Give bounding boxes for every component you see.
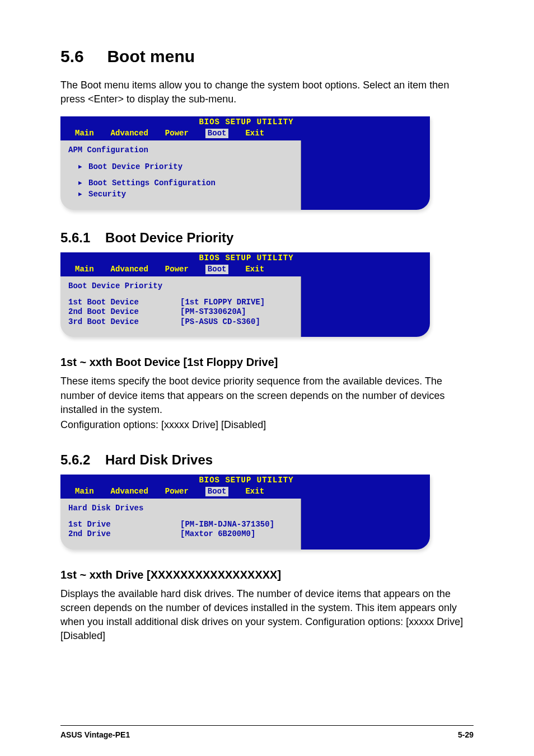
boot-device-paragraph-2: Configuration options: [xxxxx Drive] [Di… [60,418,474,432]
bios-screenshot-boot-menu: BIOS SETUP UTILITY Main Advanced Power B… [60,116,430,210]
bios-tab-main[interactable]: Main [75,129,94,139]
bios-tab-boot[interactable]: Boot [205,487,229,497]
bios-row-1st-drive[interactable]: 1st Drive [PM-IBM-DJNA-371350] [68,520,295,530]
submenu-arrow-icon: ▶ [78,191,84,199]
footer-page-number: 5-29 [458,730,474,739]
bios-tab-main[interactable]: Main [75,487,94,497]
bios-item-security[interactable]: ▶ Security [68,189,295,200]
sub2-first-drive: 1st ~ xxth Drive [XXXXXXXXXXXXXXXXX] [60,569,474,581]
bios-tab-advanced[interactable]: Advanced [111,487,148,497]
bios-tab-boot[interactable]: Boot [205,129,229,139]
subsection-title: Hard Disk Drives [105,452,213,467]
subsection-title: Boot Device Priority [105,230,233,245]
bios-row-key: 2nd Drive [68,529,180,539]
bios-row-value: [PM-IBM-DJNA-371350] [180,520,274,530]
bios-row-key: 3rd Boot Device [68,317,180,327]
page-footer: ASUS Vintage-PE1 5-29 [60,725,474,739]
boot-device-paragraph-1: These items specify the boot device prio… [60,374,474,417]
bios-header: BIOS SETUP UTILITY Main Advanced Power B… [60,475,430,499]
bios-header: BIOS SETUP UTILITY Main Advanced Power B… [60,116,430,140]
bios-header: BIOS SETUP UTILITY Main Advanced Power B… [60,252,430,276]
bios-tab-power[interactable]: Power [165,265,189,275]
hard-disk-paragraph: Displays the available hard disk drives.… [60,587,474,644]
bios-row-3rd-boot[interactable]: 3rd Boot Device [PS-ASUS CD-S360] [68,317,295,327]
bios-tab-advanced[interactable]: Advanced [111,129,148,139]
bios-row-value: [Maxtor 6B200M0] [180,529,255,539]
subsection-number: 5.6.2 [60,452,90,467]
bios-item-label: Security [88,190,126,200]
bios-utility-title: BIOS SETUP UTILITY [66,476,427,486]
bios-tabs: Main Advanced Power Boot Exit [66,264,427,275]
bios-item-label: Boot Device Priority [88,162,182,172]
bios-utility-title: BIOS SETUP UTILITY [66,253,427,264]
bios-tab-power[interactable]: Power [165,487,189,497]
bios-row-key: 1st Drive [68,520,180,530]
bios-row-1st-boot[interactable]: 1st Boot Device [1st FLOPPY DRIVE] [68,298,295,308]
bios-screenshot-hard-disk-drives: BIOS SETUP UTILITY Main Advanced Power B… [60,475,430,550]
bios-body: Hard Disk Drives 1st Drive [PM-IBM-DJNA-… [60,499,430,550]
bios-body: APM Configuration ▶ Boot Device Priority… [60,140,430,210]
bios-body: Boot Device Priority 1st Boot Device [1s… [60,276,430,337]
section-title-text: Boot menu [107,47,195,65]
intro-paragraph: The Boot menu items allow you to change … [60,78,474,106]
bios-right-pane [301,276,430,337]
bios-heading: Hard Disk Drives [68,504,143,514]
bios-tab-advanced[interactable]: Advanced [111,265,148,275]
bios-tab-boot[interactable]: Boot [205,265,229,275]
subsection-number: 5.6.1 [60,230,90,245]
bios-row-value: [PM-ST330620A] [180,307,246,317]
bios-tab-exit[interactable]: Exit [245,265,264,275]
subsection-561-heading: 5.6.1 Boot Device Priority [60,230,474,246]
bios-heading-row: Boot Device Priority [68,281,295,292]
bios-row-2nd-boot[interactable]: 2nd Boot Device [PM-ST330620A] [68,307,295,317]
bios-item-boot-device-priority[interactable]: ▶ Boot Device Priority [68,162,295,173]
bios-row-key: 2nd Boot Device [68,307,180,317]
bios-screenshot-boot-device-priority: BIOS SETUP UTILITY Main Advanced Power B… [60,252,430,337]
bios-right-pane [301,140,430,210]
bios-right-pane [301,499,430,550]
bios-left-pane: APM Configuration ▶ Boot Device Priority… [60,140,301,210]
bios-row-2nd-drive[interactable]: 2nd Drive [Maxtor 6B200M0] [68,529,295,539]
submenu-arrow-icon: ▶ [78,163,84,171]
bios-row-value: [PS-ASUS CD-S360] [180,317,260,327]
bios-tab-exit[interactable]: Exit [245,129,264,139]
bios-tabs: Main Advanced Power Boot Exit [66,128,427,139]
bios-tab-main[interactable]: Main [75,265,94,275]
bios-row-value: [1st FLOPPY DRIVE] [180,298,265,308]
section-heading: 5.6 Boot menu [60,47,474,66]
bios-tabs: Main Advanced Power Boot Exit [66,486,427,497]
bios-heading: Boot Device Priority [68,281,162,292]
bios-tab-exit[interactable]: Exit [245,487,264,497]
bios-row-key: 1st Boot Device [68,298,180,308]
section-number: 5.6 [60,47,84,65]
subsection-562-heading: 5.6.2 Hard Disk Drives [60,452,474,468]
bios-left-pane: Boot Device Priority 1st Boot Device [1s… [60,276,301,337]
bios-heading-row: Hard Disk Drives [68,503,295,514]
sub2-first-boot-device: 1st ~ xxth Boot Device [1st Floppy Drive… [60,356,474,369]
footer-product: ASUS Vintage-PE1 [60,730,130,739]
bios-left-pane: Hard Disk Drives 1st Drive [PM-IBM-DJNA-… [60,499,301,550]
bios-heading: APM Configuration [68,145,148,156]
submenu-arrow-icon: ▶ [78,180,84,187]
bios-item-label: Boot Settings Configuration [88,179,216,189]
bios-tab-power[interactable]: Power [165,129,189,139]
bios-heading-row: APM Configuration [68,145,295,156]
bios-item-boot-settings-config[interactable]: ▶ Boot Settings Configuration [68,178,295,189]
bios-utility-title: BIOS SETUP UTILITY [66,118,427,128]
